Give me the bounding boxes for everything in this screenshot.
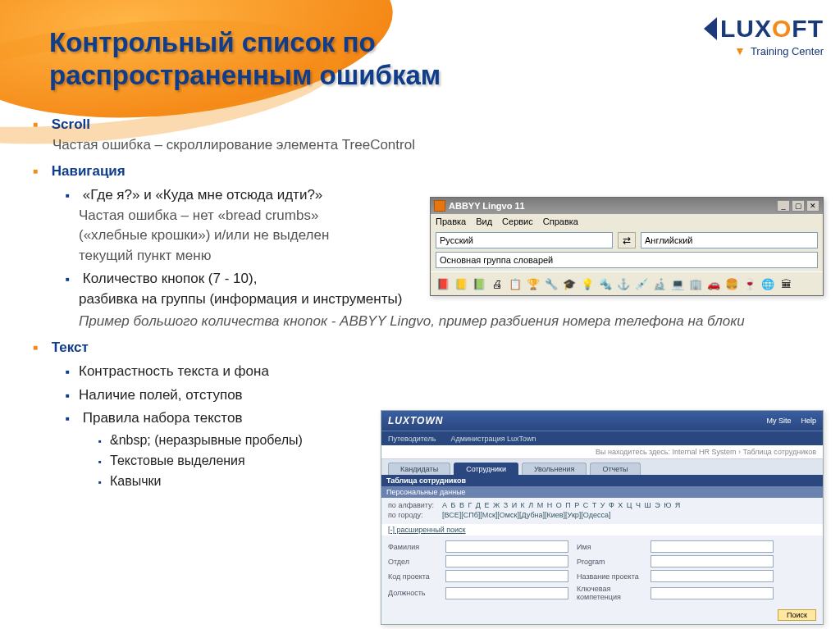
- alpha-filter[interactable]: А Б В Г Д Е Ж З И К Л М Н О П Р С Т У Ф …: [442, 501, 681, 509]
- label-name: Имя: [577, 543, 642, 551]
- input-project[interactable]: [651, 570, 774, 582]
- tab-1[interactable]: Сотрудники: [454, 463, 518, 475]
- input-program[interactable]: [651, 555, 774, 567]
- label-project: Название проекта: [577, 572, 642, 581]
- toolbar-icon-9[interactable]: 🔩: [596, 275, 614, 293]
- toolbar-icon-12[interactable]: 🔬: [651, 275, 669, 293]
- menu-view[interactable]: Вид: [476, 217, 492, 226]
- text-contrast: Контрастность текста и фона: [66, 362, 824, 382]
- input-code[interactable]: [445, 570, 568, 582]
- menu-help[interactable]: Справка: [543, 217, 578, 226]
- luxtown-tabs: КандидатыСотрудникиУвольненияОтчеты: [381, 459, 823, 475]
- toolbar-icon-3[interactable]: 🖨: [488, 275, 506, 293]
- input-lastname[interactable]: [445, 540, 568, 553]
- toolbar-icon-16[interactable]: 🍔: [723, 275, 741, 293]
- search-button[interactable]: Поиск: [778, 609, 816, 621]
- abbyy-menubar: Правка Вид Сервис Справка: [431, 214, 823, 229]
- toolbar-icon-8[interactable]: 💡: [578, 275, 596, 293]
- lang-to-select[interactable]: Английский: [641, 232, 818, 248]
- tab-0[interactable]: Кандидаты: [388, 463, 450, 475]
- link-help[interactable]: Help: [801, 417, 816, 425]
- toolbar-icon-18[interactable]: 🌐: [759, 275, 777, 293]
- toolbar-icon-1[interactable]: 📒: [452, 275, 470, 293]
- toolbar-icon-6[interactable]: 🔧: [542, 275, 560, 293]
- city-label: по городу:: [388, 511, 437, 519]
- dictionary-group-select[interactable]: Основная группа словарей: [436, 252, 818, 268]
- abbyy-toolbar: 📕📒📗🖨📋🏆🔧🎓💡🔩⚓💉🔬💻🏢🚗🍔🍷🌐🏛: [431, 271, 823, 295]
- breadcrumb: Вы находитесь здесь: Internal HR System …: [381, 445, 823, 459]
- input-position[interactable]: [445, 587, 568, 599]
- label-program: Program: [577, 558, 642, 566]
- toolbar-icon-0[interactable]: 📕: [434, 275, 452, 293]
- toolbar-icon-4[interactable]: 📋: [506, 275, 524, 293]
- abbyy-title: ABBYY Lingvo 11: [449, 201, 775, 211]
- panel-subtitle: Персональные данные: [381, 486, 823, 498]
- toolbar-icon-5[interactable]: 🏆: [524, 275, 542, 293]
- abbyy-titlebar[interactable]: ABBYY Lingvo 11 _ ▢ ✕: [431, 198, 823, 214]
- input-competence[interactable]: [651, 587, 774, 599]
- tab-2[interactable]: Увольнения: [522, 463, 587, 475]
- minimize-button[interactable]: _: [777, 200, 790, 212]
- menu-service[interactable]: Сервис: [502, 217, 533, 226]
- label-position: Должность: [388, 589, 437, 597]
- luxoft-logo: LUXOFT ▼Training Center: [704, 15, 824, 57]
- toolbar-icon-17[interactable]: 🍷: [741, 275, 759, 293]
- luxtown-window: LUXTOWN My Site Help Путеводитель Админи…: [381, 410, 824, 625]
- label-lastname: Фамилия: [388, 543, 437, 551]
- expand-search[interactable]: [-] расширенный поиск: [381, 524, 823, 536]
- input-dept[interactable]: [445, 555, 568, 567]
- maximize-button[interactable]: ▢: [792, 200, 805, 212]
- label-code: Код проекта: [388, 572, 437, 581]
- nav-guide[interactable]: Путеводитель: [388, 435, 436, 443]
- alpha-label: по алфавиту:: [388, 501, 437, 509]
- close-button[interactable]: ✕: [806, 200, 819, 212]
- tab-3[interactable]: Отчеты: [590, 463, 640, 475]
- luxtown-header: LUXTOWN My Site Help: [381, 411, 823, 431]
- bullet-scroll: Scroll Частая ошибка – скроллирование эл…: [33, 115, 824, 155]
- abbyy-lingvo-window: ABBYY Lingvo 11 _ ▢ ✕ Правка Вид Сервис …: [430, 197, 824, 296]
- toolbar-icon-11[interactable]: 💉: [632, 275, 651, 293]
- label-competence: Ключевая компетенция: [577, 585, 642, 601]
- slide-title: Контрольный список по распространенным о…: [49, 26, 509, 91]
- filters: по алфавиту: А Б В Г Д Е Ж З И К Л М Н О…: [381, 498, 823, 524]
- search-form: Фамилия Имя Отдел Program Код проекта На…: [381, 536, 823, 606]
- abbyy-app-icon: [434, 200, 445, 212]
- toolbar-icon-15[interactable]: 🚗: [705, 275, 723, 293]
- label-dept: Отдел: [388, 558, 437, 566]
- city-filter[interactable]: [ВСЕ][СПб][Мск][Омск][Дубна][Киев][Укр][…: [442, 511, 610, 519]
- toolbar-icon-19[interactable]: 🏛: [777, 275, 795, 293]
- menu-edit[interactable]: Правка: [436, 217, 466, 226]
- luxtown-nav: Путеводитель Администрация LuxTown: [381, 431, 823, 445]
- toolbar-icon-14[interactable]: 🏢: [687, 275, 705, 293]
- logo-chevron-icon: [704, 17, 717, 40]
- panel-title: Таблица сотрудников: [381, 475, 823, 486]
- swap-languages-button[interactable]: ⇄: [618, 232, 636, 248]
- toolbar-icon-13[interactable]: 💻: [669, 275, 687, 293]
- link-mysite[interactable]: My Site: [766, 417, 791, 425]
- toolbar-icon-2[interactable]: 📗: [470, 275, 488, 293]
- toolbar-icon-10[interactable]: ⚓: [614, 275, 632, 293]
- luxtown-brand: LUXTOWN: [388, 415, 766, 426]
- toolbar-icon-7[interactable]: 🎓: [560, 275, 578, 293]
- lang-from-select[interactable]: Русский: [436, 232, 613, 248]
- text-margins: Наличие полей, отступов: [66, 385, 824, 406]
- chevron-down-icon: ▼: [734, 44, 746, 57]
- input-name[interactable]: [651, 540, 774, 553]
- nav-admin[interactable]: Администрация LuxTown: [450, 435, 536, 443]
